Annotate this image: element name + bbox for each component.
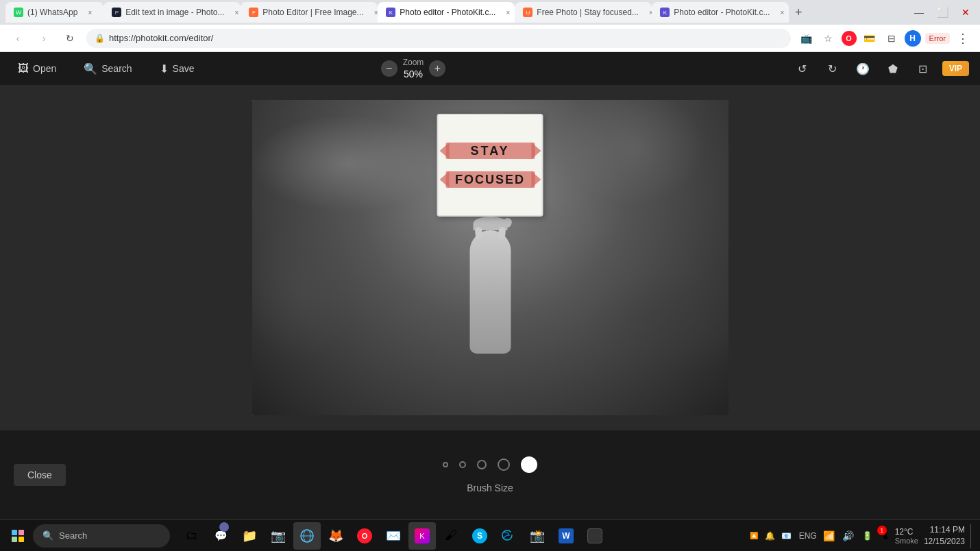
show-desktop-button[interactable] (970, 524, 975, 548)
clock[interactable]: 11:14 PM 12/15/2023 (924, 524, 965, 548)
tab-close-photokit2[interactable]: × (776, 7, 787, 18)
zoom-out-button[interactable]: − (381, 60, 397, 77)
address-bar-right: 📺 ☆ O 💳 ⊟ H Error ⋮ (798, 29, 972, 47)
sign-line2: FOCUSED (455, 173, 525, 187)
canvas-area: STAY FOCUSED (0, 85, 980, 430)
clock-time: 11:14 PM (924, 524, 965, 536)
app-toolbar: 🖼 Open 🔍 Search ⬇ Save − Zoom 50% + ↺ ↻ … (0, 52, 980, 85)
brush-dot-3[interactable] (477, 460, 487, 469)
taskbar-app-mail[interactable]: ✉️ (380, 522, 407, 550)
forward-button[interactable]: › (34, 29, 53, 48)
taskbar-app-files[interactable]: 📁 (236, 522, 263, 550)
tab-close-free[interactable]: × (371, 7, 378, 18)
profile-avatar[interactable]: H (905, 30, 921, 47)
sign-line1: STAY (470, 144, 509, 158)
refresh-button[interactable]: ↻ (60, 29, 79, 48)
weather-info: 12°C Smoke (895, 527, 918, 545)
tab-photoeditor-free[interactable]: F Photo Editor | Free Image... × (241, 2, 378, 23)
minimize-button[interactable]: — (910, 3, 928, 21)
volume-icon[interactable]: 🔊 (842, 529, 855, 543)
tab-stayfocused[interactable]: U Free Photo | Stay focused... × (515, 2, 652, 23)
save-button[interactable]: ⬇ Save (153, 58, 201, 79)
search-label: Search (101, 63, 132, 74)
taskbar-app-teams[interactable]: 💬 (207, 522, 234, 550)
system-tray-icons: 🔼 🔔 📧 (747, 529, 794, 543)
maximize-button[interactable]: ⬜ (933, 3, 951, 21)
taskbar-app-unknown[interactable] (581, 522, 609, 550)
tab-label-photokit2: Photo editor - PhotoKit.c... (674, 8, 770, 17)
taskbar-app-edge[interactable] (495, 522, 522, 550)
brush-dot-2[interactable] (459, 461, 466, 468)
history-icon[interactable]: 🕐 (852, 58, 874, 79)
taskbar-app-opera[interactable]: O (351, 522, 378, 550)
taskbar-right: 🔼 🔔 📧 ENG 📶 🔊 🔋 🌡 1 12°C Smoke 11:14 PM … (747, 524, 975, 548)
tab-photokit-2[interactable]: K Photo editor - PhotoKit.c... × (652, 2, 789, 23)
opera-icon[interactable]: O (842, 31, 857, 46)
tab-label-photokit: Photo editor - PhotoKit.c... (400, 8, 495, 17)
taskbar-app-explorer[interactable]: 🗂 (178, 522, 206, 550)
taskbar-app-skype[interactable]: S (466, 522, 493, 550)
zoom-in-button[interactable]: + (429, 60, 445, 77)
bookmark-icon[interactable]: ☆ (820, 29, 837, 47)
undo-button[interactable]: ↺ (792, 58, 813, 79)
tray-chevron-icon[interactable]: 🔼 (747, 529, 761, 543)
vip-button[interactable]: VIP (942, 61, 969, 76)
taskbar-app-camera[interactable]: 📷 (265, 522, 292, 550)
search-button[interactable]: 🔍 Search (77, 58, 138, 79)
taskbar-app-browser[interactable] (293, 522, 321, 550)
save-icon: ⬇ (160, 62, 169, 75)
open-button[interactable]: 🖼 Open (11, 58, 63, 79)
brush-dot-4[interactable] (498, 458, 510, 471)
taskbar-app-firefox[interactable]: 🦊 (322, 522, 350, 550)
windows-start-button[interactable] (5, 524, 30, 548)
brush-size-label: Brush Size (467, 482, 513, 493)
tab-whatsapp[interactable]: W (1) WhatsApp × (5, 2, 103, 23)
tab-favicon-stayfocused: U (523, 8, 532, 17)
sidebar-toggle-icon[interactable]: ⊟ (883, 29, 901, 47)
tray-mail-icon[interactable]: 📧 (780, 529, 794, 543)
tab-label-photopea: Edit text in image - Photo... (125, 8, 224, 17)
new-tab-button[interactable]: + (789, 3, 808, 22)
taskbar-app-paint[interactable]: 🖌 (437, 522, 465, 550)
tab-close-photokit[interactable]: × (502, 7, 513, 18)
weather-desc: Smoke (895, 537, 918, 545)
redo-button[interactable]: ↻ (822, 58, 844, 79)
back-button[interactable]: ‹ (8, 29, 27, 48)
error-badge[interactable]: Error (925, 33, 950, 44)
url-bar[interactable]: 🔒 https://photokit.com/editor/ (86, 29, 791, 48)
taskbar-app-photokit[interactable]: K (408, 522, 436, 550)
close-window-button[interactable]: ✕ (957, 3, 975, 21)
wallet-icon[interactable]: 💳 (861, 29, 879, 47)
tab-favicon-whatsapp: W (14, 8, 23, 17)
battery-icon[interactable]: 🔋 (861, 529, 874, 543)
clock-date: 12/15/2023 (924, 536, 965, 548)
tab-photokit-active[interactable]: K Photo editor - PhotoKit.c... × (378, 2, 515, 23)
compare-icon[interactable]: ⊡ (912, 58, 934, 79)
layers-icon[interactable]: ⬟ (882, 58, 904, 79)
zoom-value: 50% (404, 69, 423, 79)
cast-icon[interactable]: 📺 (798, 29, 816, 47)
tray-notification-icon[interactable]: 🔔 (763, 529, 777, 543)
close-button[interactable]: Close (14, 464, 66, 486)
zoom-label: Zoom (403, 58, 424, 67)
taskbar: 🔍 Search 🗂 💬 📁 📷 🦊 O ✉️ K 🖌 S (0, 519, 980, 551)
wifi-icon[interactable]: 📶 (822, 529, 836, 543)
tab-close-stayfocused[interactable]: × (646, 7, 652, 18)
menu-icon[interactable]: ⋮ (954, 29, 972, 47)
open-icon: 🖼 (18, 62, 29, 75)
tab-close-photopea[interactable]: × (231, 7, 241, 18)
tab-close-whatsapp[interactable]: × (84, 7, 95, 18)
weather-icon-wrapper: 🌡 1 (880, 528, 892, 543)
tab-photopea[interactable]: P Edit text in image - Photo... × (103, 2, 241, 23)
weather-widget[interactable]: 🌡 1 12°C Smoke (880, 527, 918, 545)
taskbar-app-photos[interactable]: 📸 (524, 522, 551, 550)
taskbar-search-bar[interactable]: 🔍 Search (33, 524, 170, 548)
brush-dot-5[interactable] (521, 456, 537, 473)
taskbar-app-icons: 🗂 💬 📁 📷 🦊 O ✉️ K 🖌 S 📸 W (178, 522, 609, 550)
sign-card: STAY FOCUSED (437, 114, 543, 217)
language-indicator[interactable]: ENG (799, 531, 817, 541)
taskbar-app-word[interactable]: W (552, 522, 580, 550)
photo-container: STAY FOCUSED (252, 100, 728, 415)
tab-favicon-photokit: K (386, 8, 395, 17)
brush-dot-1[interactable] (443, 462, 448, 467)
